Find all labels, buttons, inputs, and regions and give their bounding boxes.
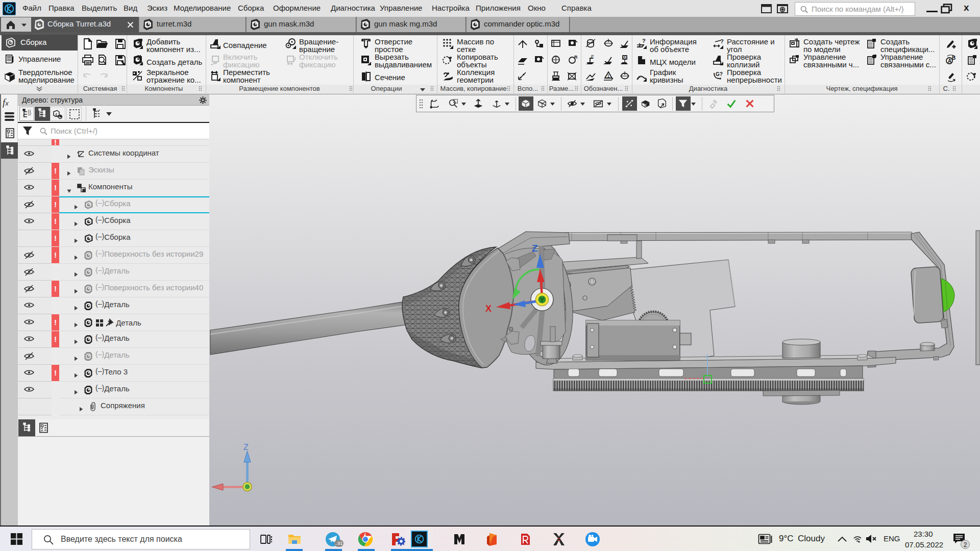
- svg-text:?: ?: [720, 38, 724, 44]
- svg-text:1: 1: [607, 73, 610, 79]
- svg-text:Z: Z: [243, 443, 249, 452]
- svg-text:A: A: [948, 58, 951, 64]
- svg-text:E: E: [591, 54, 594, 59]
- svg-text:?: ?: [642, 38, 646, 44]
- svg-text:X: X: [485, 304, 492, 314]
- svg-text:12: 12: [28, 112, 32, 116]
- svg-text:A: A: [623, 55, 626, 60]
- svg-text:Z: Z: [532, 243, 538, 254]
- svg-text:2: 2: [23, 113, 25, 117]
- svg-text:G?: G?: [716, 71, 723, 77]
- svg-text:R: R: [574, 55, 578, 60]
